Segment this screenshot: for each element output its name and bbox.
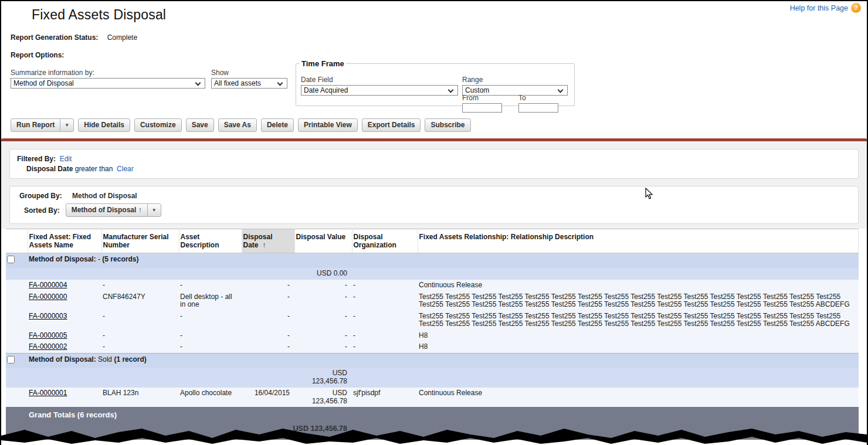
export-details-button[interactable]: Export Details <box>362 118 421 132</box>
save-button[interactable]: Save <box>186 118 214 132</box>
sort-ascending-icon: ↑ <box>138 206 142 214</box>
delete-button[interactable]: Delete <box>261 118 294 132</box>
report-toolbar: Run Report ▼ Hide Details Customize Save… <box>11 118 861 132</box>
column-header-relationship-description[interactable]: Fixed Assets Relationship: Relationship … <box>418 229 859 253</box>
show-select[interactable]: All fixed assets <box>211 78 287 89</box>
cell-organization: sjf'pisdpf <box>352 388 418 407</box>
cell-description: - <box>179 311 242 330</box>
menu-arrow-icon: ▼ <box>152 208 157 213</box>
fixed-asset-link[interactable]: FA-0000003 <box>29 312 67 320</box>
filter-field: Disposal Date <box>26 165 73 173</box>
cell-description: - <box>179 280 242 291</box>
cell-value: - <box>294 311 352 330</box>
edit-filter-link[interactable]: Edit <box>60 155 72 163</box>
table-row: FA-0000004 - - - - - Continuous Release <box>6 280 859 291</box>
group-subtotal-value: USD 123,456.78 <box>294 368 352 388</box>
to-label: To <box>518 94 558 102</box>
cell-serial: - <box>101 280 179 291</box>
cell-description: - <box>179 341 242 353</box>
summarize-selected-value: Method of Disposal <box>13 79 74 87</box>
group-checkbox[interactable] <box>7 256 15 263</box>
cell-relationship: H8 <box>418 330 859 342</box>
redaction-scribble <box>1 425 867 445</box>
grouped-by-value: Method of Disposal <box>72 192 137 200</box>
date-field-label: Date Field <box>301 76 458 84</box>
chevron-down-icon <box>448 87 454 93</box>
printable-view-button[interactable]: Printable View <box>298 118 358 132</box>
sorted-by-label: Sorted By: <box>24 206 60 215</box>
chevron-down-icon <box>195 80 201 86</box>
cell-value: - <box>294 291 352 311</box>
grand-total-label: Grand Totals (6 records) <box>28 407 859 422</box>
sorted-by-menu-button[interactable]: ▼ <box>147 203 161 217</box>
column-header-fixed-asset-name[interactable]: Fixed Asset: Fixed Assets Name <box>28 229 101 253</box>
sort-ascending-icon: ↑ <box>262 241 266 249</box>
cell-date: - <box>242 330 294 342</box>
cell-relationship: Test255 Test255 Test255 Test255 Test255 … <box>418 311 859 330</box>
run-report-button[interactable]: Run Report <box>11 118 60 132</box>
fixed-asset-link[interactable]: FA-0000000 <box>29 293 67 301</box>
menu-arrow-icon: ▼ <box>65 123 69 128</box>
help-icon[interactable]: ? <box>851 3 861 13</box>
report-table: Fixed Asset: Fixed Assets Name Manufactu… <box>6 229 859 440</box>
report-generation-status: Report Generation Status: Complete <box>11 33 861 42</box>
cell-relationship: Test255 Test255 Test255 Test255 Test255 … <box>418 291 859 311</box>
save-as-button[interactable]: Save As <box>218 118 257 132</box>
time-frame-fieldset: Time Frame Date Field Date Acquired Rang… <box>296 59 575 106</box>
cell-value: - <box>294 341 352 353</box>
help-link[interactable]: Help for this Page <box>790 4 848 12</box>
column-header-label: Disposal Date <box>243 233 273 249</box>
summarize-select[interactable]: Method of Disposal <box>11 78 205 89</box>
table-row: FA-0000000 CNF846247Y Dell desktop - all… <box>6 291 859 311</box>
customize-button[interactable]: Customize <box>134 118 182 132</box>
column-header-asset-description[interactable]: Asset Description <box>179 229 242 253</box>
cell-date: - <box>242 280 294 291</box>
from-label: From <box>462 94 502 102</box>
range-selected-value: Custom <box>465 86 489 94</box>
table-row: FA-0000002 - - - - - H8 <box>6 341 859 353</box>
cell-organization: - <box>352 311 418 330</box>
clear-filter-link[interactable]: Clear <box>117 165 134 173</box>
cell-date: 16/04/2015 <box>242 388 294 407</box>
cell-description: Dell desktop - all in one <box>179 291 242 311</box>
group-header-row: Method of Disposal: - (5 records) <box>6 253 859 268</box>
cell-serial: BLAH 123n <box>101 388 179 407</box>
cell-date: - <box>242 291 294 311</box>
group-subtotal-value: USD 0.00 <box>294 268 352 280</box>
cell-value: - <box>294 280 352 291</box>
summarize-label: Summarize information by: <box>11 69 205 77</box>
cell-date: - <box>242 311 294 330</box>
from-date-input[interactable] <box>462 103 502 113</box>
fixed-asset-link[interactable]: FA-0000005 <box>29 331 67 339</box>
subscribe-button[interactable]: Subscribe <box>425 118 470 132</box>
hide-details-button[interactable]: Hide Details <box>78 118 130 132</box>
table-row: FA-0000001 BLAH 123n Apollo chocolate 16… <box>6 388 859 407</box>
checkbox-column-header <box>6 229 28 253</box>
column-header-disposal-organization[interactable]: Disposal Organization <box>352 229 418 253</box>
table-header-row: Fixed Asset: Fixed Assets Name Manufactu… <box>6 229 859 253</box>
table-row: FA-0000005 - - - - - H8 <box>6 330 859 342</box>
report-options-heading: Report Options: <box>11 51 861 59</box>
status-value: Complete <box>107 33 137 42</box>
grouped-by-label: Grouped By: <box>19 192 62 200</box>
grouping-box: Grouped By: Method of Disposal Sorted By… <box>9 186 859 224</box>
column-header-disposal-value[interactable]: Disposal Value <box>294 229 352 253</box>
group-label-prefix: Method of Disposal: <box>29 355 96 364</box>
filter-operator: greater than <box>75 165 113 173</box>
column-header-serial-number[interactable]: Manufacturer Serial Number <box>101 229 179 253</box>
range-label: Range <box>462 76 568 84</box>
fixed-asset-link[interactable]: FA-0000002 <box>29 342 67 351</box>
run-report-menu-button[interactable]: ▼ <box>60 118 74 132</box>
report-page: Help for this Page ? Fixed Assets Dispos… <box>0 0 868 445</box>
to-date-input[interactable] <box>518 103 558 113</box>
page-title: Fixed Assets Disposal <box>32 7 166 23</box>
cell-serial: - <box>101 341 179 353</box>
column-header-disposal-date[interactable]: Disposal Date ↑ <box>242 229 294 253</box>
group-header-row: Method of Disposal: Sold (1 record) <box>6 353 859 368</box>
date-field-select[interactable]: Date Acquired <box>301 85 458 96</box>
group-checkbox[interactable] <box>7 356 15 364</box>
fixed-asset-link[interactable]: FA-0000001 <box>29 389 67 397</box>
sorted-by-button[interactable]: Method of Disposal ↑ <box>66 203 148 217</box>
grand-total-row: Grand Totals (6 records) <box>6 407 859 422</box>
fixed-asset-link[interactable]: FA-0000004 <box>29 281 67 289</box>
